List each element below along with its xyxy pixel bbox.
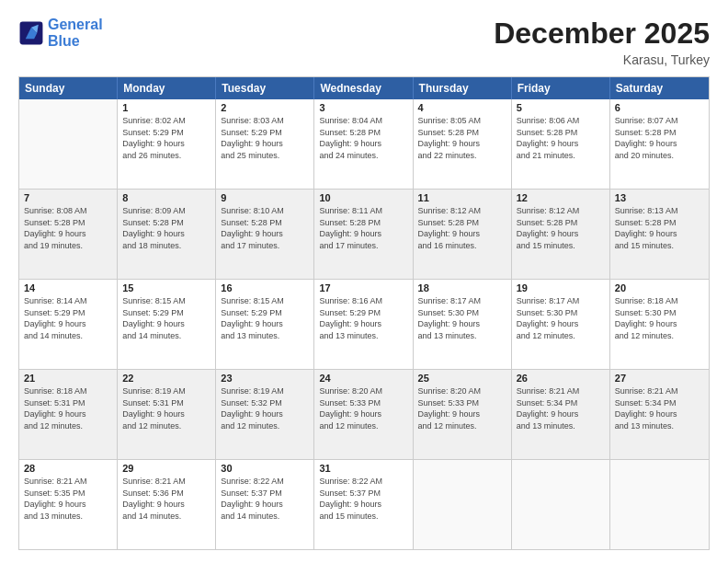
subtitle: Karasu, Turkey	[494, 52, 710, 67]
daylight-text2: and 14 minutes.	[221, 511, 309, 523]
sunset-text: Sunset: 5:29 PM	[221, 307, 309, 319]
daylight-text2: and 13 minutes.	[24, 511, 112, 523]
calendar-cell: 31Sunrise: 8:22 AMSunset: 5:37 PMDayligh…	[314, 460, 413, 549]
calendar-cell: 9Sunrise: 8:10 AMSunset: 5:28 PMDaylight…	[216, 190, 314, 279]
page: General Blue December 2025 Karasu, Turke…	[0, 0, 728, 563]
sunset-text: Sunset: 5:32 PM	[221, 397, 309, 409]
day-number: 29	[122, 463, 210, 474]
calendar-cell: 16Sunrise: 8:15 AMSunset: 5:29 PMDayligh…	[216, 280, 314, 369]
logo-text: General Blue	[48, 17, 103, 49]
sunset-text: Sunset: 5:29 PM	[24, 307, 112, 319]
calendar-cell: 5Sunrise: 8:06 AMSunset: 5:28 PMDaylight…	[512, 99, 610, 189]
calendar-cell	[610, 460, 709, 549]
daylight-text2: and 12 minutes.	[319, 420, 407, 432]
calendar-cell: 19Sunrise: 8:17 AMSunset: 5:30 PMDayligh…	[512, 280, 610, 369]
sunrise-text: Sunrise: 8:06 AM	[517, 115, 605, 127]
daylight-text: Daylight: 9 hours	[122, 318, 210, 330]
sunset-text: Sunset: 5:30 PM	[615, 307, 704, 319]
calendar-header-cell: Tuesday	[216, 77, 314, 99]
sunrise-text: Sunrise: 8:21 AM	[615, 385, 704, 397]
daylight-text: Daylight: 9 hours	[221, 318, 309, 330]
calendar-cell: 22Sunrise: 8:19 AMSunset: 5:31 PMDayligh…	[118, 370, 216, 459]
daylight-text: Daylight: 9 hours	[221, 499, 309, 511]
sunrise-text: Sunrise: 8:11 AM	[319, 205, 407, 217]
calendar-header-cell: Friday	[512, 77, 610, 99]
sunrise-text: Sunrise: 8:10 AM	[221, 205, 309, 217]
sunrise-text: Sunrise: 8:21 AM	[517, 385, 605, 397]
calendar-cell	[414, 460, 512, 549]
calendar-body: 1Sunrise: 8:02 AMSunset: 5:29 PMDaylight…	[19, 99, 709, 549]
daylight-text: Daylight: 9 hours	[615, 408, 704, 420]
calendar-cell: 17Sunrise: 8:16 AMSunset: 5:29 PMDayligh…	[314, 280, 413, 369]
sunset-text: Sunset: 5:28 PM	[319, 127, 407, 139]
daylight-text2: and 12 minutes.	[221, 420, 309, 432]
sunrise-text: Sunrise: 8:13 AM	[615, 205, 704, 217]
calendar-cell: 21Sunrise: 8:18 AMSunset: 5:31 PMDayligh…	[19, 370, 118, 459]
calendar-cell: 2Sunrise: 8:03 AMSunset: 5:29 PMDaylight…	[216, 99, 314, 189]
calendar-cell: 7Sunrise: 8:08 AMSunset: 5:28 PMDaylight…	[19, 190, 118, 279]
logo-line2: Blue	[48, 33, 80, 49]
sunrise-text: Sunrise: 8:21 AM	[24, 476, 112, 488]
daylight-text2: and 13 minutes.	[221, 330, 309, 342]
daylight-text: Daylight: 9 hours	[319, 408, 407, 420]
sunrise-text: Sunrise: 8:19 AM	[221, 385, 309, 397]
header: General Blue December 2025 Karasu, Turke…	[18, 17, 710, 67]
day-number: 25	[418, 373, 506, 384]
sunset-text: Sunset: 5:29 PM	[122, 307, 210, 319]
day-number: 10	[319, 192, 407, 203]
sunrise-text: Sunrise: 8:08 AM	[24, 205, 112, 217]
calendar-header-cell: Monday	[118, 77, 216, 99]
day-number: 12	[517, 192, 605, 203]
sunset-text: Sunset: 5:28 PM	[615, 217, 704, 229]
sunrise-text: Sunrise: 8:18 AM	[615, 295, 704, 307]
calendar-cell: 11Sunrise: 8:12 AMSunset: 5:28 PMDayligh…	[414, 190, 512, 279]
daylight-text2: and 14 minutes.	[122, 330, 210, 342]
daylight-text: Daylight: 9 hours	[24, 228, 112, 240]
calendar-header-cell: Wednesday	[314, 77, 413, 99]
sunset-text: Sunset: 5:29 PM	[221, 127, 309, 139]
daylight-text: Daylight: 9 hours	[615, 318, 704, 330]
calendar-cell: 28Sunrise: 8:21 AMSunset: 5:35 PMDayligh…	[19, 460, 118, 549]
day-number: 21	[24, 373, 112, 384]
day-number: 22	[122, 373, 210, 384]
sunrise-text: Sunrise: 8:15 AM	[221, 295, 309, 307]
sunset-text: Sunset: 5:29 PM	[319, 307, 407, 319]
calendar-header-row: SundayMondayTuesdayWednesdayThursdayFrid…	[19, 77, 709, 99]
sunset-text: Sunset: 5:28 PM	[24, 217, 112, 229]
calendar-cell	[19, 99, 118, 189]
daylight-text: Daylight: 9 hours	[24, 318, 112, 330]
daylight-text2: and 12 minutes.	[615, 330, 704, 342]
daylight-text2: and 15 minutes.	[517, 240, 605, 252]
day-number: 28	[24, 463, 112, 474]
sunrise-text: Sunrise: 8:09 AM	[122, 205, 210, 217]
sunrise-text: Sunrise: 8:18 AM	[24, 385, 112, 397]
daylight-text2: and 12 minutes.	[24, 420, 112, 432]
day-number: 17	[319, 282, 407, 293]
main-title: December 2025	[494, 17, 710, 51]
day-number: 2	[221, 102, 309, 113]
daylight-text: Daylight: 9 hours	[122, 408, 210, 420]
day-number: 7	[24, 192, 112, 203]
day-number: 20	[615, 282, 704, 293]
daylight-text2: and 26 minutes.	[122, 150, 210, 162]
sunrise-text: Sunrise: 8:12 AM	[418, 205, 506, 217]
daylight-text2: and 15 minutes.	[615, 240, 704, 252]
sunset-text: Sunset: 5:29 PM	[122, 127, 210, 139]
sunset-text: Sunset: 5:28 PM	[615, 127, 704, 139]
calendar-week: 1Sunrise: 8:02 AMSunset: 5:29 PMDaylight…	[19, 99, 709, 190]
logo-line1: General	[48, 17, 103, 32]
daylight-text: Daylight: 9 hours	[418, 408, 506, 420]
day-number: 5	[517, 102, 605, 113]
sunrise-text: Sunrise: 8:05 AM	[418, 115, 506, 127]
day-number: 16	[221, 282, 309, 293]
calendar-cell: 13Sunrise: 8:13 AMSunset: 5:28 PMDayligh…	[610, 190, 709, 279]
calendar-header-cell: Thursday	[414, 77, 512, 99]
daylight-text2: and 13 minutes.	[418, 330, 506, 342]
daylight-text: Daylight: 9 hours	[517, 138, 605, 150]
calendar-week: 21Sunrise: 8:18 AMSunset: 5:31 PMDayligh…	[19, 370, 709, 460]
daylight-text2: and 22 minutes.	[418, 150, 506, 162]
title-block: December 2025 Karasu, Turkey	[494, 17, 710, 67]
daylight-text2: and 16 minutes.	[418, 240, 506, 252]
sunrise-text: Sunrise: 8:03 AM	[221, 115, 309, 127]
day-number: 13	[615, 192, 704, 203]
